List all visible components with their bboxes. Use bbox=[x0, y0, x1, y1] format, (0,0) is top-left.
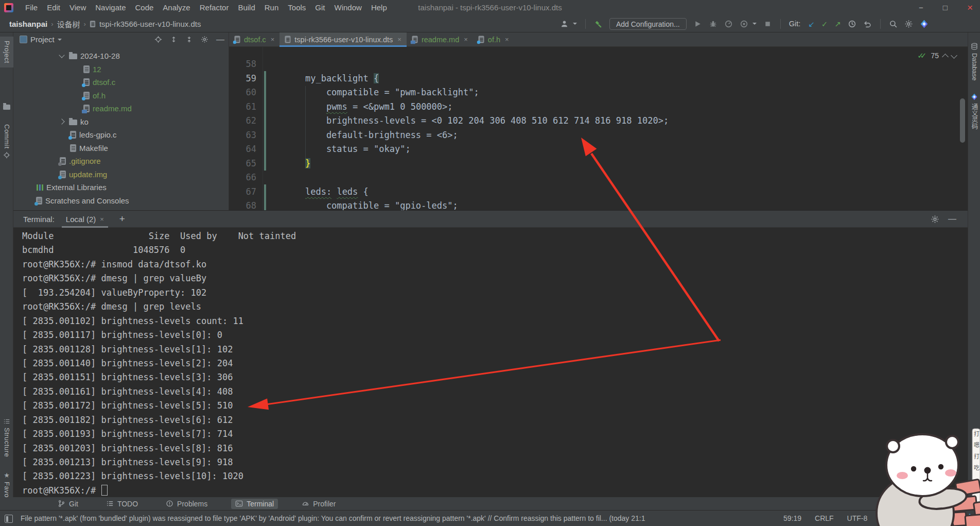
bottom-bar-terminal[interactable]: Terminal bbox=[231, 499, 278, 509]
bottom-bar-problems[interactable]: Problems bbox=[162, 499, 212, 509]
maximize-button[interactable]: □ bbox=[943, 0, 948, 15]
caret-position-widget[interactable]: 59:19 bbox=[783, 514, 801, 522]
bottom-bar-todo[interactable]: TODO bbox=[102, 499, 142, 509]
menu-item-view[interactable]: View bbox=[65, 0, 91, 15]
hide-panel-icon[interactable]: — bbox=[948, 216, 956, 222]
search-icon[interactable] bbox=[889, 20, 898, 28]
line-number[interactable]: 66 bbox=[229, 171, 256, 185]
project-folder-icon[interactable] bbox=[0, 105, 13, 110]
minimize-button[interactable]: − bbox=[919, 0, 923, 15]
line-number[interactable]: 59 bbox=[229, 72, 256, 86]
git-commit-icon[interactable]: ✓ bbox=[821, 20, 828, 28]
add-configuration-button[interactable]: Add Configuration... bbox=[609, 18, 687, 30]
tree-item-leds-gpio-c[interactable]: leds-gpio.c bbox=[13, 128, 229, 142]
rollback-icon[interactable] bbox=[863, 20, 872, 28]
gear-icon[interactable] bbox=[201, 36, 208, 43]
collapse-all-icon[interactable] bbox=[185, 36, 193, 43]
line-number[interactable]: 58 bbox=[229, 57, 256, 72]
line-number[interactable]: 60 bbox=[229, 86, 256, 100]
new-terminal-button[interactable]: + bbox=[119, 213, 125, 225]
terminal-tab-local[interactable]: Local (2) × bbox=[60, 211, 110, 228]
line-number[interactable]: 67 bbox=[229, 185, 256, 199]
lingma-icon[interactable] bbox=[920, 20, 929, 28]
coverage-icon[interactable] bbox=[740, 20, 748, 28]
tree-item-readme-md[interactable]: readme.md bbox=[13, 102, 229, 115]
menu-item-help[interactable]: Help bbox=[366, 0, 392, 15]
status-message[interactable]: File pattern '*.apk' (from 'bundled' plu… bbox=[21, 511, 645, 526]
tree-item-scratches-and-consoles[interactable]: Scratches and Consoles bbox=[13, 194, 229, 208]
tree-item-makefile[interactable]: Makefile bbox=[13, 142, 229, 155]
tool-stripe-commit[interactable]: Commit bbox=[0, 124, 13, 159]
close-icon[interactable]: × bbox=[464, 36, 468, 43]
tree-item-gitignore[interactable]: .gitignore bbox=[13, 155, 229, 168]
prev-problem-icon[interactable] bbox=[942, 54, 949, 60]
tree-item-of-h[interactable]: of.h bbox=[13, 89, 229, 103]
bottom-bar-git[interactable]: Git bbox=[54, 499, 82, 509]
tool-window-switcher-icon[interactable] bbox=[5, 515, 13, 523]
chevron-down-icon[interactable] bbox=[573, 23, 577, 25]
tree-item-12[interactable]: 12 bbox=[13, 63, 229, 76]
git-update-icon[interactable]: ↙ bbox=[808, 20, 815, 28]
breadcrumb-item-tspi-rk3566-user-v10-linux-dts[interactable]: tspi-rk3566-user-v10-linux.dts bbox=[99, 20, 201, 28]
line-number[interactable]: 68 bbox=[229, 199, 256, 210]
indent-widget[interactable]: 4 spaces bbox=[881, 514, 909, 522]
expand-all-icon[interactable] bbox=[170, 36, 178, 43]
menu-item-window[interactable]: Window bbox=[330, 0, 366, 15]
tool-stripe-database[interactable]: Database bbox=[968, 43, 980, 81]
editor-scrollbar[interactable] bbox=[960, 98, 965, 143]
menu-item-file[interactable]: File bbox=[21, 0, 42, 15]
lingma-icon[interactable] bbox=[965, 513, 975, 523]
gear-icon[interactable] bbox=[904, 20, 913, 28]
menu-item-git[interactable]: Git bbox=[310, 0, 329, 15]
tool-stripe-project[interactable]: Project bbox=[0, 37, 13, 67]
user-icon[interactable] bbox=[560, 20, 569, 28]
encoding-widget[interactable]: UTF-8 bbox=[847, 514, 868, 522]
line-number[interactable]: 65 bbox=[229, 157, 256, 171]
tab-of-h[interactable]: of.h× bbox=[473, 32, 514, 46]
chevron-right-icon[interactable] bbox=[59, 119, 64, 125]
breadcrumb-item-taishanpai[interactable]: taishanpai bbox=[9, 20, 47, 28]
debug-icon[interactable] bbox=[709, 20, 717, 28]
line-number[interactable]: 64 bbox=[229, 142, 256, 157]
tree-item-ko[interactable]: ko bbox=[13, 115, 229, 129]
terminal-output[interactable]: Module Size Used by Not taintedbcmdhd 10… bbox=[13, 228, 968, 498]
line-separator-widget[interactable]: CRLF bbox=[815, 514, 834, 522]
menu-item-navigate[interactable]: Navigate bbox=[91, 0, 130, 15]
menu-item-build[interactable]: Build bbox=[233, 0, 259, 15]
menu-item-edit[interactable]: Edit bbox=[42, 0, 65, 15]
tool-stripe-lingma[interactable]: 通义灵码 bbox=[968, 93, 980, 129]
menu-item-code[interactable]: Code bbox=[130, 0, 158, 15]
breadcrumb-item-设备树[interactable]: 设备树 bbox=[57, 19, 80, 29]
close-icon[interactable]: × bbox=[505, 36, 509, 43]
menu-item-refactor[interactable]: Refactor bbox=[195, 0, 234, 15]
stop-icon[interactable] bbox=[763, 20, 772, 28]
hide-panel-icon[interactable]: — bbox=[216, 37, 224, 42]
tool-stripe-structure[interactable]: Structure bbox=[0, 418, 13, 457]
git-push-icon[interactable]: ↗ bbox=[834, 20, 841, 28]
line-number[interactable]: 61 bbox=[229, 100, 256, 114]
code-area[interactable]: 5859 my_backlight {60 compatible = "pwm-… bbox=[229, 47, 968, 210]
chevron-down-icon[interactable] bbox=[59, 53, 64, 58]
close-button[interactable]: × bbox=[967, 0, 973, 15]
menu-item-run[interactable]: Run bbox=[260, 0, 284, 15]
build-hammer-icon[interactable] bbox=[594, 20, 603, 28]
close-icon[interactable]: × bbox=[271, 36, 275, 43]
tree-item-2024-10-28[interactable]: 2024-10-28 bbox=[13, 49, 229, 63]
close-icon[interactable]: × bbox=[100, 215, 104, 223]
tree-item-external-libraries[interactable]: External Libraries bbox=[13, 181, 229, 194]
run-icon[interactable] bbox=[693, 20, 702, 28]
chevron-down-icon[interactable] bbox=[752, 23, 757, 25]
tab-readme-md[interactable]: readme.md× bbox=[407, 32, 473, 46]
tab-tspi-rk3566-user-v10-linux-dts[interactable]: tspi-rk3566-user-v10-linux.dts× bbox=[279, 32, 407, 46]
inspections-widget[interactable]: ✓✓ 75 bbox=[917, 51, 956, 60]
tab-dtsof-c[interactable]: dtsof.c× bbox=[229, 32, 279, 46]
project-panel-title[interactable]: Project bbox=[30, 35, 55, 44]
menu-item-tools[interactable]: Tools bbox=[283, 0, 310, 15]
line-number[interactable]: 62 bbox=[229, 114, 256, 128]
history-clock-icon[interactable] bbox=[848, 20, 856, 28]
bottom-bar-profiler[interactable]: Profiler bbox=[297, 499, 340, 509]
close-icon[interactable]: × bbox=[397, 36, 401, 43]
tree-item-dtsof-c[interactable]: dtsof.c bbox=[13, 76, 229, 89]
tree-item-update-img[interactable]: update.img bbox=[13, 168, 229, 181]
locate-file-icon[interactable] bbox=[154, 36, 162, 43]
